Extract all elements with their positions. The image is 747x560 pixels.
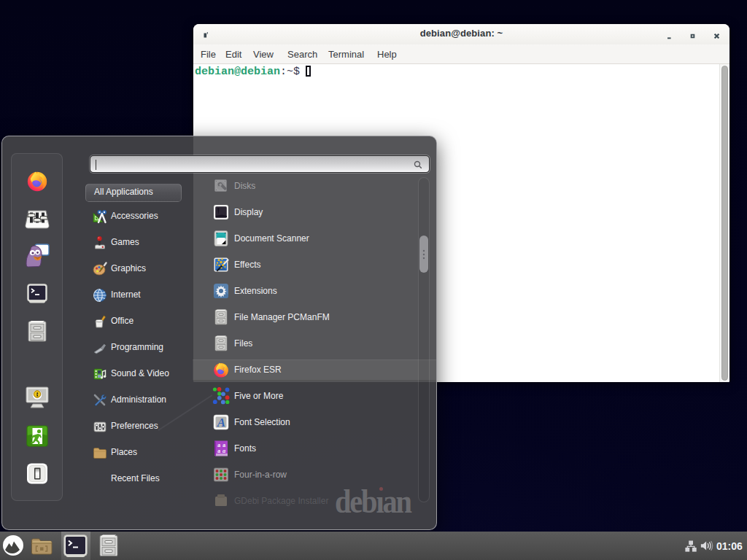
svg-text:A: A: [217, 416, 225, 429]
